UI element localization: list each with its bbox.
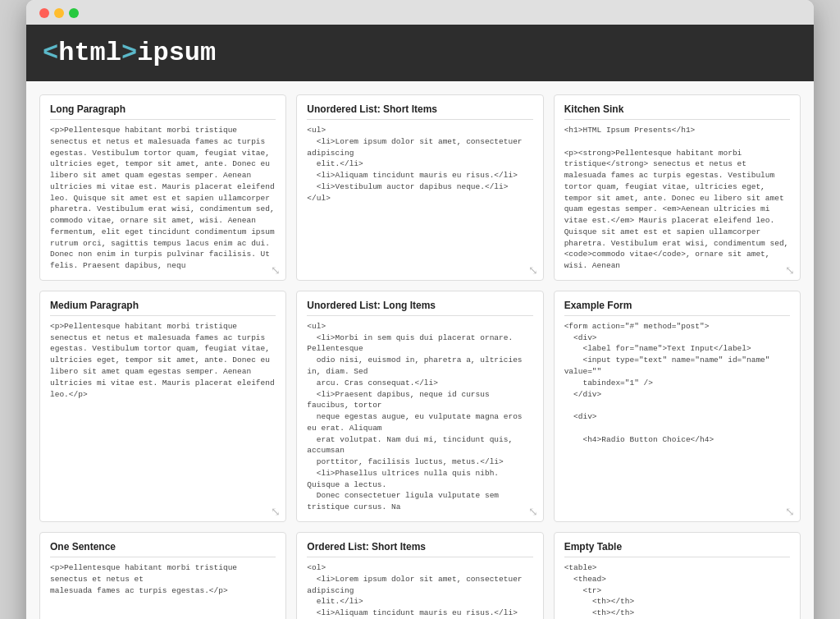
card-kitchen-sink: Kitchen Sink<h1>HTML Ipsum Presents</h1>… (554, 94, 801, 281)
card-title-long-paragraph: Long Paragraph (50, 103, 276, 120)
dot-green[interactable] (69, 8, 79, 18)
card-title-ordered-list-short: Ordered List: Short Items (307, 541, 532, 557)
card-title-unordered-list-long: Unordered List: Long Items (307, 300, 532, 316)
card-unordered-list-long: Unordered List: Long Items<ul> <li>Morbi… (296, 291, 543, 522)
logo: <html>ipsum (43, 38, 216, 68)
card-body-one-sentence: <p>Pellentesque habitant morbi tristique… (50, 562, 276, 596)
card-title-one-sentence: One Sentence (50, 541, 276, 557)
card-corner-icon-unordered-list-long: ⤡ (528, 505, 538, 518)
card-body-empty-table: <table> <thead> <tr> <th></th> <th></th>… (564, 562, 790, 619)
card-ordered-list-short: Ordered List: Short Items<ol> <li>Lorem … (296, 532, 543, 619)
card-one-sentence: One Sentence<p>Pellentesque habitant mor… (39, 532, 286, 619)
browser-dots (39, 8, 801, 18)
logo-bracket-open: < (43, 38, 58, 68)
logo-bracket-close: > (121, 38, 137, 68)
card-empty-table: Empty Table<table> <thead> <tr> <th></th… (554, 532, 801, 619)
card-corner-icon-kitchen-sink: ⤡ (785, 264, 795, 277)
card-title-medium-paragraph: Medium Paragraph (50, 300, 276, 316)
card-long-paragraph: Long Paragraph<p>Pellentesque habitant m… (39, 94, 286, 281)
card-corner-icon-long-paragraph: ⤡ (271, 264, 281, 277)
card-corner-icon-medium-paragraph: ⤡ (271, 505, 281, 518)
card-body-example-form: <form action="#" method="post"> <div> <l… (564, 321, 790, 445)
browser-window: <html>ipsum Long Paragraph<p>Pellentesqu… (26, 0, 814, 619)
logo-ipsum: ipsum (137, 38, 216, 68)
card-body-unordered-list-long: <ul> <li>Morbi in sem quis dui placerat … (307, 321, 532, 513)
card-title-example-form: Example Form (564, 300, 790, 316)
card-body-ordered-list-short: <ol> <li>Lorem ipsum dolor sit amet, con… (307, 562, 532, 619)
dot-red[interactable] (39, 8, 49, 18)
card-body-long-paragraph: <p>Pellentesque habitant morbi tristique… (50, 125, 276, 272)
logo-html: html (58, 38, 121, 68)
card-body-medium-paragraph: <p>Pellentesque habitant morbi tristique… (50, 321, 276, 400)
card-corner-icon-unordered-list-short: ⤡ (528, 264, 538, 277)
card-title-unordered-list-short: Unordered List: Short Items (307, 103, 532, 120)
card-unordered-list-short: Unordered List: Short Items<ul> <li>Lore… (296, 94, 543, 281)
card-body-kitchen-sink: <h1>HTML Ipsum Presents</h1> <p><strong>… (564, 125, 790, 272)
card-example-form: Example Form<form action="#" method="pos… (554, 291, 801, 522)
card-medium-paragraph: Medium Paragraph<p>Pellentesque habitant… (39, 291, 286, 522)
card-body-unordered-list-short: <ul> <li>Lorem ipsum dolor sit amet, con… (307, 125, 532, 204)
browser-chrome (26, 0, 814, 25)
card-title-empty-table: Empty Table (564, 541, 790, 557)
card-corner-icon-example-form: ⤡ (785, 505, 795, 518)
content-area: Long Paragraph<p>Pellentesque habitant m… (26, 81, 814, 619)
card-title-kitchen-sink: Kitchen Sink (564, 103, 790, 120)
header-bar: <html>ipsum (26, 25, 814, 81)
dot-yellow[interactable] (54, 8, 64, 18)
